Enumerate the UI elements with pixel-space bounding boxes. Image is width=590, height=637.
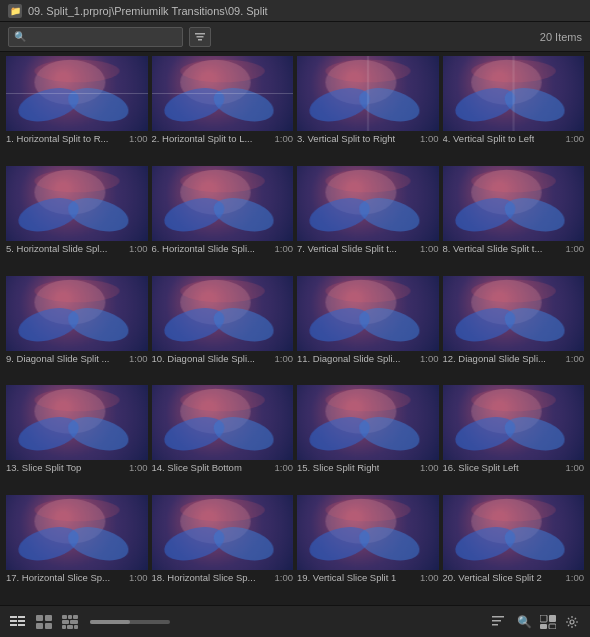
metadata-button[interactable]: [538, 613, 558, 631]
item-name: 9. Diagonal Slide Split ...: [6, 353, 110, 365]
item-label: 6. Horizontal Slide Spli...1:00: [152, 241, 294, 256]
thumbnail-wrapper: [152, 56, 294, 131]
item-name: 3. Vertical Split to Right: [297, 133, 395, 145]
thumbnail-canvas: [297, 166, 439, 241]
item-duration: 1:00: [275, 572, 294, 584]
svg-rect-10: [45, 615, 52, 621]
svg-rect-21: [492, 616, 504, 618]
search-box[interactable]: 🔍: [8, 27, 183, 47]
grid-item[interactable]: 1. Horizontal Split to R...1:00: [6, 56, 148, 162]
item-duration: 1:00: [129, 353, 148, 365]
grid-item[interactable]: 9. Diagonal Slide Split ...1:00: [6, 276, 148, 382]
item-name: 19. Vertical Slice Split 1: [297, 572, 396, 584]
filter-button[interactable]: [189, 27, 211, 47]
window-icon: 📁: [8, 4, 22, 18]
grid-item[interactable]: 5. Horizontal Slide Spl...1:00: [6, 166, 148, 272]
thumbnail-canvas: [443, 495, 585, 570]
item-name: 15. Slice Split Right: [297, 462, 379, 474]
grid-item[interactable]: 4. Vertical Split to Left1:00: [443, 56, 585, 162]
zoom-slider[interactable]: [90, 620, 170, 624]
thumbnail-wrapper: [443, 495, 585, 570]
item-duration: 1:00: [566, 133, 585, 145]
grid-item[interactable]: 6. Horizontal Slide Spli...1:00: [152, 166, 294, 272]
thumbnail-wrapper: [297, 276, 439, 351]
svg-rect-7: [10, 624, 17, 626]
svg-rect-4: [10, 620, 17, 622]
grid-item[interactable]: 11. Diagonal Slide Spli...1:00: [297, 276, 439, 382]
grid-item[interactable]: 14. Slice Split Bottom1:00: [152, 385, 294, 491]
svg-rect-18: [62, 625, 66, 629]
thumbnail-canvas: [297, 385, 439, 460]
thumbnail-canvas: [443, 276, 585, 351]
thumbnail-wrapper: [297, 166, 439, 241]
svg-rect-5: [18, 616, 25, 618]
item-label: 17. Horizontal Slice Sp...1:00: [6, 570, 148, 585]
svg-rect-23: [492, 624, 498, 626]
item-name: 17. Horizontal Slice Sp...: [6, 572, 110, 584]
thumbnail-canvas: [6, 495, 148, 570]
media-grid: 1. Horizontal Split to R...1:002. Horizo…: [0, 52, 590, 605]
grid-item[interactable]: 3. Vertical Split to Right1:00: [297, 56, 439, 162]
grid-item[interactable]: 17. Horizontal Slice Sp...1:00: [6, 495, 148, 601]
svg-rect-14: [68, 615, 72, 619]
item-duration: 1:00: [420, 353, 439, 365]
thumbnail-canvas: [152, 56, 294, 131]
item-duration: 1:00: [420, 572, 439, 584]
icon-view-button[interactable]: [34, 613, 54, 631]
thumbnail-wrapper: [443, 276, 585, 351]
item-name: 13. Slice Split Top: [6, 462, 81, 474]
svg-rect-24: [540, 615, 547, 622]
thumbnail-wrapper: [443, 385, 585, 460]
item-duration: 1:00: [129, 572, 148, 584]
thumbnail-canvas: [297, 56, 439, 131]
thumbnail-wrapper: [152, 385, 294, 460]
thumbnail-canvas: [297, 276, 439, 351]
grid-item[interactable]: 2. Horizontal Split to L...1:00: [152, 56, 294, 162]
item-name: 18. Horizontal Slice Sp...: [152, 572, 256, 584]
item-duration: 1:00: [129, 133, 148, 145]
grid-item[interactable]: 18. Horizontal Slice Sp...1:00: [152, 495, 294, 601]
item-duration: 1:00: [275, 243, 294, 255]
item-name: 14. Slice Split Bottom: [152, 462, 242, 474]
item-label: 14. Slice Split Bottom1:00: [152, 460, 294, 475]
item-duration: 1:00: [129, 462, 148, 474]
item-label: 12. Diagonal Slide Spli...1:00: [443, 351, 585, 366]
grid-item[interactable]: 19. Vertical Slice Split 11:00: [297, 495, 439, 601]
svg-rect-11: [36, 623, 43, 629]
grid-item[interactable]: 10. Diagonal Slide Spli...1:00: [152, 276, 294, 382]
item-label: 13. Slice Split Top1:00: [6, 460, 148, 475]
svg-rect-2: [198, 39, 202, 41]
item-label: 3. Vertical Split to Right1:00: [297, 131, 439, 146]
grid-item[interactable]: 20. Vertical Slice Split 21:00: [443, 495, 585, 601]
search-input[interactable]: [30, 31, 177, 43]
grid-item[interactable]: 16. Slice Split Left1:00: [443, 385, 585, 491]
grid-item[interactable]: 7. Vertical Slide Split t...1:00: [297, 166, 439, 272]
sort-button[interactable]: [490, 613, 510, 631]
grid-item[interactable]: 15. Slice Split Right1:00: [297, 385, 439, 491]
item-duration: 1:00: [420, 243, 439, 255]
thumbnail-wrapper: [152, 495, 294, 570]
search-bottom-button[interactable]: 🔍: [514, 613, 534, 631]
item-label: 1. Horizontal Split to R...1:00: [6, 131, 148, 146]
grid-item[interactable]: 13. Slice Split Top1:00: [6, 385, 148, 491]
thumbnail-canvas: [443, 56, 585, 131]
item-label: 18. Horizontal Slice Sp...1:00: [152, 570, 294, 585]
thumbnail-canvas: [6, 166, 148, 241]
thumbnail-wrapper: [152, 166, 294, 241]
svg-rect-12: [45, 623, 52, 629]
thumbnail-wrapper: [297, 495, 439, 570]
thumbnail-canvas: [152, 166, 294, 241]
items-count: 20 Items: [540, 31, 582, 43]
item-duration: 1:00: [566, 353, 585, 365]
thumbnail-wrapper: [6, 276, 148, 351]
svg-rect-27: [549, 624, 556, 629]
grid-item[interactable]: 8. Vertical Slide Split t...1:00: [443, 166, 585, 272]
thumbnail-wrapper: [152, 276, 294, 351]
list-view-button[interactable]: [8, 613, 28, 631]
freeform-view-button[interactable]: [60, 613, 80, 631]
title-text: 09. Split_1.prproj\Premiumilk Transition…: [28, 5, 268, 17]
thumbnail-canvas: [6, 276, 148, 351]
grid-item[interactable]: 12. Diagonal Slide Spli...1:00: [443, 276, 585, 382]
item-duration: 1:00: [275, 353, 294, 365]
settings-button[interactable]: [562, 613, 582, 631]
